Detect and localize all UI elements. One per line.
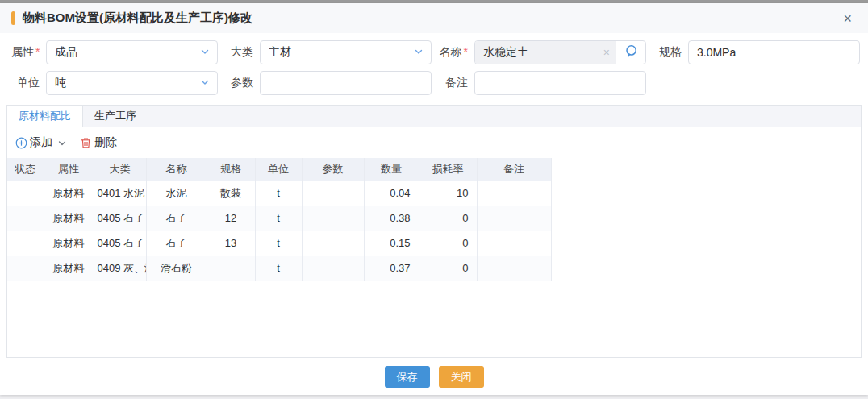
dialog-footer: 保存 关闭 — [0, 358, 868, 395]
bom-form: 属性* 成品 大类 主材 名称* 水稳定土 × — [0, 33, 868, 100]
category-label: 大类 — [218, 45, 260, 60]
delete-button[interactable]: 删除 — [80, 135, 117, 150]
table-cell[interactable] — [7, 256, 44, 281]
table-cell[interactable] — [302, 206, 364, 231]
table-cell[interactable]: 滑石粉 — [146, 256, 207, 281]
column-header[interactable]: 单位 — [255, 158, 302, 181]
name-field[interactable]: 水稳定土 × — [475, 41, 616, 64]
table-cell[interactable]: 0.15 — [364, 231, 419, 256]
delete-label: 删除 — [94, 135, 117, 150]
column-header[interactable]: 参数 — [302, 158, 364, 181]
table-cell[interactable] — [7, 231, 44, 256]
grid-area: 状态属性大类名称规格单位参数数量损耗率备注 原材料0401 水泥水泥散装t0.0… — [7, 158, 861, 281]
table-cell[interactable]: 原材料 — [44, 231, 94, 256]
table-row[interactable]: 原材料0405 石子石子13t0.150 — [7, 231, 551, 256]
tab-production-process[interactable]: 生产工序 — [83, 106, 148, 127]
chevron-down-icon — [200, 77, 210, 89]
tab-bar: 原材料配比 生产工序 — [7, 106, 861, 127]
attribute-select[interactable]: 成品 — [46, 40, 218, 64]
attribute-label: 属性* — [11, 45, 46, 60]
chevron-down-icon — [200, 46, 210, 59]
table-cell[interactable]: 0 — [419, 231, 477, 256]
column-header[interactable]: 状态 — [7, 158, 44, 181]
table-header-row: 状态属性大类名称规格单位参数数量损耗率备注 — [7, 158, 551, 181]
table-cell[interactable] — [302, 231, 364, 256]
bom-items-table: 状态属性大类名称规格单位参数数量损耗率备注 原材料0401 水泥水泥散装t0.0… — [7, 158, 552, 281]
table-cell[interactable]: 10 — [419, 181, 477, 206]
unit-label: 单位 — [11, 76, 46, 90]
add-circle-icon — [15, 137, 27, 149]
table-cell[interactable]: 0.37 — [364, 256, 419, 281]
column-header[interactable]: 大类 — [94, 158, 146, 181]
search-button[interactable] — [616, 41, 645, 64]
unit-value: 吨 — [47, 76, 66, 90]
table-cell[interactable]: 12 — [207, 206, 255, 231]
chevron-down-icon — [414, 46, 424, 59]
table-cell[interactable]: 水泥 — [146, 181, 207, 206]
param-label: 参数 — [218, 76, 260, 90]
name-value: 水稳定土 — [483, 45, 528, 60]
required-mark: * — [464, 45, 468, 58]
remark-input[interactable] — [475, 72, 645, 94]
remark-field-wrap — [474, 71, 646, 95]
table-cell[interactable]: 石子 — [146, 206, 207, 231]
table-cell[interactable]: 0409 灰、渣 — [94, 256, 146, 281]
save-button[interactable]: 保存 — [385, 366, 430, 388]
table-cell[interactable]: t — [255, 256, 302, 281]
table-cell[interactable] — [477, 181, 551, 206]
column-header[interactable]: 规格 — [207, 158, 255, 181]
table-cell[interactable]: 散装 — [207, 181, 255, 206]
table-cell[interactable] — [302, 256, 364, 281]
table-cell[interactable]: t — [255, 206, 302, 231]
column-header[interactable]: 备注 — [477, 158, 551, 181]
name-label: 名称* — [432, 45, 474, 60]
column-header[interactable]: 损耗率 — [419, 158, 477, 181]
table-cell[interactable]: 石子 — [146, 231, 207, 256]
add-label: 添加 — [30, 135, 52, 150]
dialog-title-bar: 物料BOM设置(原材料配比及生产工序)修改 × — [0, 3, 868, 33]
table-cell[interactable]: 原材料 — [44, 256, 94, 281]
table-cell[interactable] — [477, 256, 551, 281]
clear-icon[interactable]: × — [603, 46, 610, 59]
table-cell[interactable]: 0 — [419, 206, 477, 231]
table-cell[interactable]: 13 — [207, 231, 255, 256]
table-cell[interactable]: 0 — [419, 256, 477, 281]
add-dropdown-chevron-icon[interactable] — [57, 139, 67, 148]
column-header[interactable]: 属性 — [44, 158, 94, 181]
name-input-group: 水稳定土 × — [474, 40, 646, 64]
spec-field-wrap — [688, 40, 860, 64]
table-cell[interactable]: 0405 石子 — [94, 206, 146, 231]
table-cell[interactable] — [477, 231, 551, 256]
table-cell[interactable]: t — [255, 181, 302, 206]
tab-raw-material-ratio[interactable]: 原材料配比 — [7, 106, 83, 127]
table-cell[interactable]: t — [255, 231, 302, 256]
tab-panel: 原材料配比 生产工序 添加 删除 状态属性大类 — [6, 105, 862, 358]
grid-toolbar: 添加 删除 — [7, 127, 861, 158]
column-header[interactable]: 名称 — [146, 158, 207, 181]
table-cell[interactable]: 原材料 — [44, 181, 94, 206]
close-button[interactable]: 关闭 — [439, 366, 484, 388]
param-input[interactable] — [261, 72, 431, 94]
table-cell[interactable]: 0405 石子 — [94, 231, 146, 256]
column-header[interactable]: 数量 — [364, 158, 419, 181]
category-select[interactable]: 主材 — [260, 40, 432, 64]
table-row[interactable]: 原材料0401 水泥水泥散装t0.0410 — [7, 181, 551, 206]
spec-label: 规格 — [646, 45, 688, 60]
table-cell[interactable]: 0.04 — [364, 181, 419, 206]
unit-select[interactable]: 吨 — [46, 71, 218, 95]
table-cell[interactable] — [207, 256, 255, 281]
table-cell[interactable] — [7, 181, 44, 206]
spec-input[interactable] — [689, 41, 859, 64]
table-cell[interactable] — [302, 181, 364, 206]
close-icon[interactable]: × — [838, 10, 857, 27]
table-cell[interactable] — [7, 206, 44, 231]
attribute-value: 成品 — [47, 45, 77, 60]
category-value: 主材 — [261, 45, 291, 60]
table-cell[interactable] — [477, 206, 551, 231]
table-cell[interactable]: 0401 水泥 — [94, 181, 146, 206]
table-cell[interactable]: 0.38 — [364, 206, 419, 231]
table-row[interactable]: 原材料0409 灰、渣滑石粉t0.370 — [7, 256, 551, 281]
table-row[interactable]: 原材料0405 石子石子12t0.380 — [7, 206, 551, 231]
add-button[interactable]: 添加 — [15, 135, 52, 150]
table-cell[interactable]: 原材料 — [44, 206, 94, 231]
